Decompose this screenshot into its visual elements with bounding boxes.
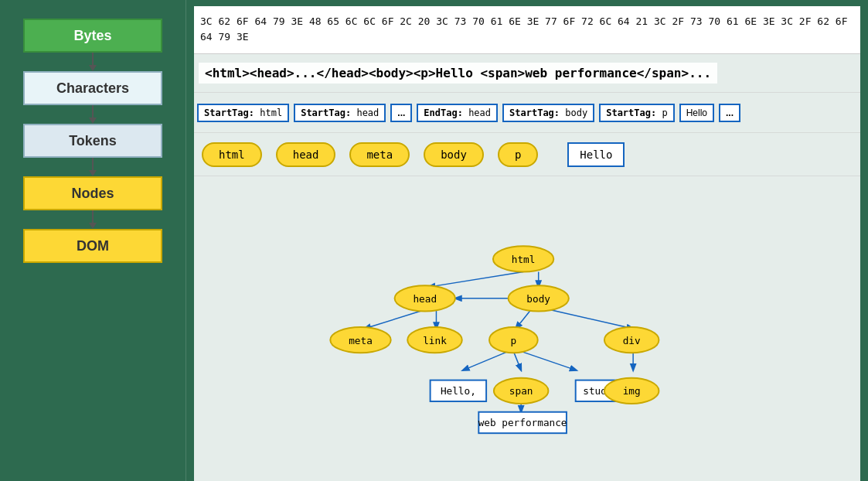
arrow-nodes-dom [92, 210, 94, 229]
node-head: head [276, 142, 336, 167]
node-html: html [202, 142, 262, 167]
svg-text:html: html [512, 254, 536, 265]
characters-text: <html><head>...</head><body><p>Hello <sp… [199, 63, 717, 84]
svg-text:link: link [423, 335, 447, 346]
svg-text:span: span [509, 385, 533, 397]
bytes-label: Bytes [73, 28, 111, 44]
dom-tree-svg: html head body meta link p [194, 176, 860, 481]
token-ellipsis-1: ... [390, 104, 412, 122]
svg-text:img: img [623, 385, 641, 397]
node-meta: meta [349, 142, 410, 167]
content-area: 3C 62 6F 64 79 3E 48 65 6C 6C 6F 2C 20 3… [186, 0, 868, 481]
arrow-chars-tokens [92, 105, 94, 124]
characters-box: Characters [23, 71, 162, 105]
bytes-box: Bytes [23, 19, 162, 53]
svg-text:div: div [623, 335, 641, 346]
svg-text:body: body [526, 293, 550, 305]
dom-box: DOM [23, 229, 162, 263]
characters-label: Characters [56, 80, 129, 97]
bytes-section: 3C 62 6F 64 79 3E 48 65 6C 6C 6F 2C 20 3… [194, 6, 860, 54]
token-starttag-head: StartTag: head [294, 104, 386, 122]
node-hello-box: Hello [567, 142, 625, 167]
token-starttag-body: StartTag: body [502, 104, 594, 122]
node-hello-wrapper: Hello [567, 142, 625, 167]
nodes-label: Nodes [71, 186, 114, 202]
svg-line-6 [463, 351, 509, 370]
pipeline: Bytes Characters Tokens Nodes DOM [0, 0, 186, 481]
svg-text:head: head [413, 293, 437, 305]
token-ellipsis-2: ... [719, 104, 740, 122]
token-starttag-p: StartTag: p [599, 104, 674, 122]
main-container: Bytes Characters Tokens Nodes DOM [0, 0, 868, 481]
svg-line-0 [429, 272, 523, 288]
node-body: body [424, 142, 484, 167]
svg-line-7 [513, 351, 521, 370]
tokens-label: Tokens [69, 133, 117, 149]
svg-line-8 [521, 351, 577, 370]
dom-section: html head body meta link p [194, 176, 860, 481]
all-sections: 3C 62 6F 64 79 3E 48 65 6C 6C 6F 2C 20 3… [194, 6, 860, 481]
nodes-box: Nodes [23, 176, 162, 210]
nodes-section: html head meta body p Hello [194, 133, 860, 176]
svg-text:meta: meta [349, 335, 373, 346]
svg-text:Hello,: Hello, [441, 385, 476, 397]
svg-line-5 [550, 310, 633, 329]
svg-text:p: p [511, 335, 517, 346]
tokens-section: StartTag: html StartTag: head ... EndTag… [194, 93, 860, 133]
svg-line-2 [364, 310, 424, 329]
token-hello: Hello [679, 104, 714, 122]
characters-section: <html><head>...</head><body><p>Hello <sp… [194, 54, 860, 93]
arrow-bytes-chars [92, 53, 94, 71]
dom-label: DOM [77, 238, 109, 254]
tokens-box: Tokens [23, 124, 162, 158]
token-endtag-head: EndTag: head [417, 104, 498, 122]
svg-line-4 [516, 310, 531, 329]
arrow-tokens-nodes [92, 158, 94, 176]
bytes-text: 3C 62 6F 64 79 3E 48 65 6C 6C 6F 2C 20 3… [200, 15, 847, 43]
token-starttag-html: StartTag: html [197, 104, 289, 122]
svg-text:web performance: web performance [478, 417, 567, 428]
node-p: p [498, 142, 538, 167]
